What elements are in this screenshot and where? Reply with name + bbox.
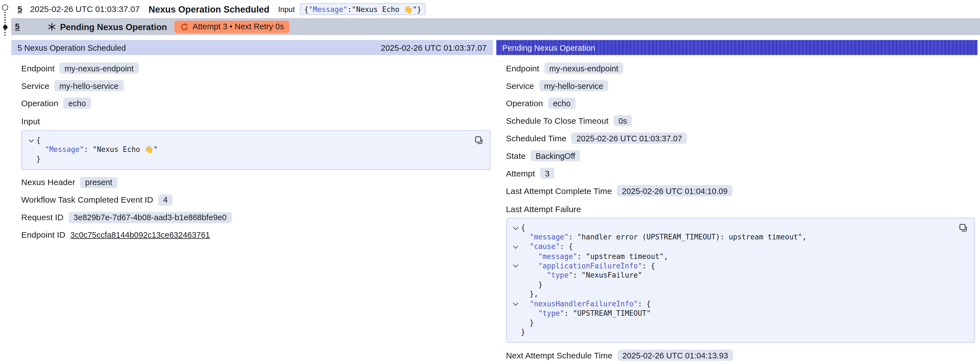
field-label: Attempt (506, 169, 535, 178)
field-value-badge: 3 (540, 168, 555, 179)
detail-row-request-id: Request ID3e829b7e-7d67-4b08-aad3-b1e868… (21, 211, 493, 224)
json-code-line: "type": "UPSTREAM_TIMEOUT" (510, 309, 968, 318)
temporal-event-history-view: 5 2025-02-26 UTC 01:03:37.07 Nexus Opera… (0, 0, 980, 364)
right-panel-header: Pending Nexus Operation (496, 40, 977, 55)
field-label: Nexus Header (21, 177, 75, 187)
field-label: Workflow Task Completed Event ID (21, 195, 153, 204)
detail-row-state: StateBackingOff (506, 149, 977, 162)
nexus-asterisk-icon (48, 22, 56, 31)
field-label: Operation (506, 98, 543, 108)
json-code-line: } (510, 328, 968, 337)
detail-row-nexus-header: Nexus Headerpresent (21, 176, 493, 189)
detail-row-endpoint: Endpointmy-nexus-endpoint (506, 62, 977, 74)
event-title: Nexus Operation Scheduled (148, 4, 269, 14)
event-id-link[interactable]: 5 (18, 5, 30, 14)
event-row-nexus-operation-scheduled[interactable]: 5 2025-02-26 UTC 01:03:37.07 Nexus Opera… (11, 0, 980, 18)
retry-status-badge: Attempt 3 • Next Retry 0s (174, 20, 290, 33)
right-panel-title: Pending Nexus Operation (502, 43, 595, 53)
field-value-badge: BackingOff (531, 150, 580, 161)
field-label: Service (21, 81, 49, 91)
field-value-badge: my-nexus-endpoint (544, 62, 624, 73)
event-timestamp: 2025-02-26 UTC 01:03:37.07 (30, 5, 140, 14)
field-label: Service (506, 81, 534, 91)
field-label: Endpoint (506, 64, 539, 73)
right-fields-bottom: Next Attempt Schedule Time2025-02-26 UTC… (506, 349, 977, 362)
retry-badge-text: Attempt 3 • Next Retry 0s (192, 22, 284, 32)
field-value-badge: present (80, 177, 117, 188)
detail-row-endpoint: Endpointmy-nexus-endpoint (21, 62, 493, 74)
field-value-badge: my-hello-service (54, 80, 123, 91)
detail-row-workflow-task-completed-event-id: Workflow Task Completed Event ID4 (21, 194, 493, 206)
panel-nexus-operation-scheduled: 5 Nexus Operation Scheduled 2025-02-26 U… (11, 40, 493, 250)
field-value-badge: echo (548, 97, 576, 109)
json-code-line: { (510, 223, 968, 233)
left-fields-bottom: Nexus HeaderpresentWorkflow Task Complet… (21, 176, 493, 241)
input-section-label: Input (21, 117, 493, 126)
left-panel-header: 5 Nexus Operation Scheduled 2025-02-26 U… (11, 40, 493, 55)
json-code-line: } (510, 318, 968, 328)
field-label: Schedule To Close Timeout (506, 116, 608, 125)
collapse-chevron-icon[interactable] (513, 300, 518, 306)
field-value-badge: 0s (613, 115, 632, 126)
json-code-line: "applicationFailureInfo": { (510, 261, 968, 271)
field-label: Scheduled Time (506, 134, 566, 143)
json-code-line: "cause": { (510, 242, 968, 252)
retry-icon (180, 22, 189, 31)
pending-operation-row[interactable]: 5 Pending Nexus Operation Attempt 3 • Ne… (11, 18, 980, 35)
json-code-line: } (25, 155, 483, 164)
field-label: Last Attempt Complete Time (506, 186, 612, 195)
left-panel-timestamp: 2025-02-26 UTC 01:03:37.07 (381, 43, 486, 53)
detail-row-attempt: Attempt3 (506, 167, 977, 179)
timeline-dotted-connector (5, 12, 6, 36)
detail-row-endpoint-id: Endpoint ID3c0c75ccfa8144b092c13ce632463… (21, 228, 493, 241)
collapse-chevron-icon[interactable] (29, 137, 34, 142)
field-label: Next Attempt Schedule Time (506, 351, 612, 360)
detail-row-service: Servicemy-hello-service (506, 80, 977, 92)
failure-section-label: Last Attempt Failure (506, 204, 977, 214)
detail-row-last-attempt-complete-time: Last Attempt Complete Time2025-02-26 UTC… (506, 185, 977, 197)
field-label: Endpoint ID (21, 230, 65, 240)
left-panel-title: 5 Nexus Operation Scheduled (18, 43, 126, 53)
collapse-chevron-icon[interactable] (513, 244, 518, 249)
input-json-block: { "Message": "Nexus Echo 👋"} (21, 130, 490, 170)
json-code-line: "nexusHandlerFailureInfo": { (510, 299, 968, 309)
field-value-badge: 3e829b7e-7d67-4b08-aad3-b1e868bfe9e0 (68, 212, 232, 223)
detail-row-service: Servicemy-hello-service (21, 80, 493, 92)
field-value-badge: my-nexus-endpoint (60, 62, 139, 73)
json-code-line: "type": "NexusFailure" (510, 271, 968, 280)
collapse-chevron-icon[interactable] (513, 263, 518, 268)
copy-icon[interactable] (474, 135, 484, 145)
field-value-badge: echo (63, 97, 91, 109)
json-code-line: "message": "upstream timeout", (510, 252, 968, 261)
detail-row-scheduled-time: Scheduled Time2025-02-26 UTC 01:03:37.07 (506, 132, 977, 144)
right-fields-top: Endpointmy-nexus-endpointServicemy-hello… (506, 62, 977, 197)
field-label: Request ID (21, 213, 64, 222)
last-attempt-failure-json-block: { "message": "handler error (UPSTREAM_TI… (506, 218, 975, 343)
field-value-badge: 4 (158, 194, 173, 205)
json-code-line: "Message": "Nexus Echo 👋" (25, 145, 483, 155)
field-value-link[interactable]: 3c0c75ccfa8144b092c13ce632463761 (70, 230, 210, 240)
collapse-chevron-icon[interactable] (513, 224, 518, 230)
timeline-event-circle-icon (2, 5, 8, 11)
field-value-badge: 2025-02-26 UTC 01:04:10.09 (617, 185, 733, 196)
copy-icon[interactable] (958, 223, 968, 233)
field-value-badge: 2025-02-26 UTC 01:04:13.93 (617, 350, 733, 361)
timeline-pending-dot-icon (3, 25, 7, 30)
json-code-line: } (510, 280, 968, 290)
detail-row-operation: Operationecho (21, 97, 493, 110)
pending-operation-title: Pending Nexus Operation (60, 21, 167, 32)
pending-event-id-link[interactable]: 5 (15, 22, 48, 32)
detail-row-next-attempt-schedule-time: Next Attempt Schedule Time2025-02-26 UTC… (506, 349, 977, 362)
panel-pending-nexus-operation: Pending Nexus Operation Endpointmy-nexus… (496, 40, 977, 364)
detail-row-schedule-to-close-timeout: Schedule To Close Timeout0s (506, 115, 977, 127)
field-label: State (506, 151, 526, 161)
field-value-badge: my-hello-service (539, 80, 608, 91)
json-code-line: { (25, 136, 483, 145)
left-fields-top: Endpointmy-nexus-endpointServicemy-hello… (21, 62, 493, 110)
detail-row-operation: Operationecho (506, 97, 977, 110)
field-label: Operation (21, 98, 58, 108)
json-code-line: "message": "handler error (UPSTREAM_TIME… (510, 233, 968, 242)
field-value-badge: 2025-02-26 UTC 01:03:37.07 (571, 133, 687, 144)
json-code-line: }, (510, 290, 968, 299)
event-input-label: Input (278, 5, 295, 13)
